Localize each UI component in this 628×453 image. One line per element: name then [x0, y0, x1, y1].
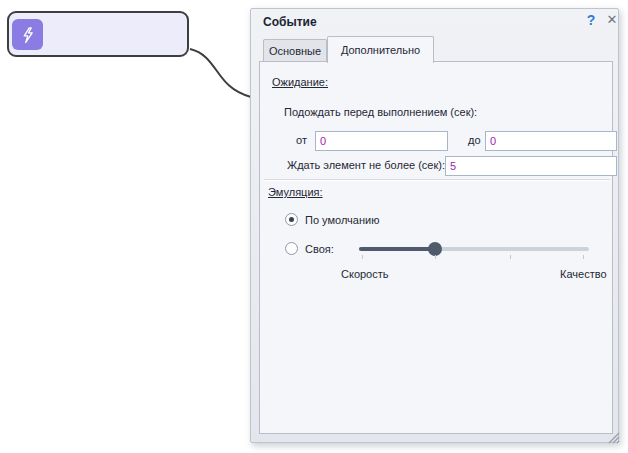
- emulation-slider[interactable]: [359, 240, 589, 258]
- from-label: от: [296, 134, 307, 146]
- slider-tick: [435, 255, 436, 259]
- tab-page-advanced: Ожидание: Подождать перед выполнением (с…: [259, 61, 613, 434]
- radio-default-label[interactable]: По умолчанию: [305, 214, 379, 226]
- tab-basic[interactable]: Основные: [263, 39, 327, 62]
- slider-tick: [583, 255, 584, 259]
- help-icon[interactable]: ?: [582, 12, 600, 30]
- waiting-heading: Ожидание:: [272, 76, 328, 88]
- quality-label: Качество: [560, 268, 607, 280]
- section-separator: [264, 179, 610, 181]
- radio-default[interactable]: [285, 213, 298, 226]
- delay-label: Подождать перед выполнением (сек):: [284, 106, 477, 118]
- slider-fill: [359, 247, 435, 251]
- timeout-input[interactable]: [445, 156, 617, 176]
- panel-title: Событие: [263, 15, 317, 29]
- tab-advanced[interactable]: Дополнительно: [327, 36, 434, 63]
- lightning-icon: [12, 19, 43, 50]
- flow-canvas: Событие ? ✕ Основные Дополнительно Ожида…: [0, 0, 628, 453]
- from-input[interactable]: [315, 131, 448, 151]
- radio-custom[interactable]: [285, 242, 298, 255]
- event-node[interactable]: [7, 11, 189, 57]
- slider-tick: [362, 255, 363, 259]
- speed-label: Скорость: [341, 268, 389, 280]
- to-label: до: [468, 134, 481, 146]
- slider-tick: [510, 255, 511, 259]
- close-icon[interactable]: ✕: [603, 12, 621, 30]
- properties-panel: Событие ? ✕ Основные Дополнительно Ожида…: [250, 8, 619, 443]
- radio-custom-label[interactable]: Своя:: [305, 243, 334, 255]
- timeout-label: Ждать элемент не более (сек):: [287, 159, 445, 171]
- slider-thumb[interactable]: [428, 242, 442, 256]
- to-input[interactable]: [485, 131, 617, 151]
- emulation-heading: Эмуляция:: [268, 186, 323, 198]
